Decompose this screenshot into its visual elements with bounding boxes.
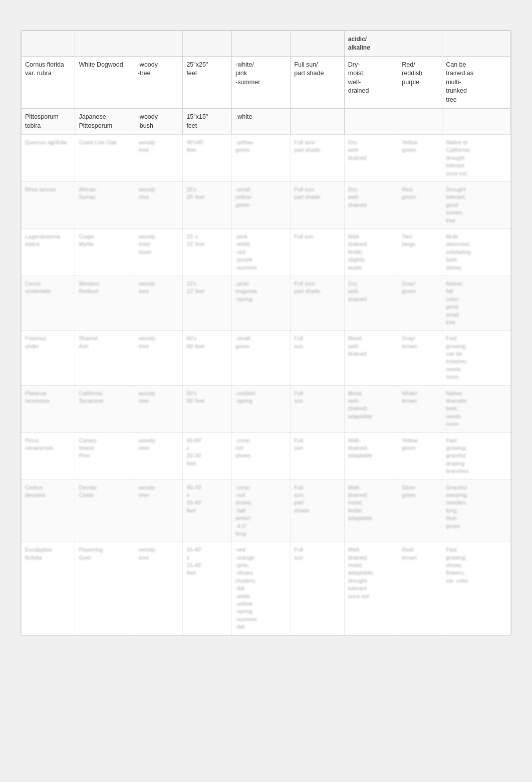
table-row: Cedrus deodaraDeodar Cedar-woody -tree40… [22, 479, 511, 542]
cell-5-4: -pink/ magenta -spring [232, 276, 291, 330]
cell-10-8: Fast growing; showy flowers; var. color [442, 542, 511, 635]
cell-2-6: Dry; well- drained [344, 135, 398, 182]
cell-4-8: Multi- stemmed; exfoliating bark; showy [442, 229, 511, 276]
cell-9-6: Well- drained; moist; fertile; adaptable [344, 479, 398, 542]
cell-1-6 [344, 109, 398, 135]
cell-10-5: Full sun [291, 542, 344, 635]
cell-8-0: Pinus canariensis [22, 432, 75, 479]
header-plant-name [22, 31, 75, 57]
cell-5-6: Dry; well- drained [344, 276, 398, 330]
cell-1-8 [442, 109, 511, 135]
cell-10-3: 15-40' x 15-40' feet [183, 542, 232, 635]
cell-3-8: Drought tolerant; good screen tree [442, 182, 511, 229]
cell-8-6: Well- drained; adaptable [344, 432, 398, 479]
cell-2-7: Yellow green [398, 135, 442, 182]
cell-7-2: -woody -tree [134, 385, 183, 432]
header-type [134, 31, 183, 57]
cell-3-1: African Sumac [75, 182, 134, 229]
table-row: Cercis ocidentalisWestern Redbud-woody -… [22, 276, 511, 330]
table-row: Platanus racemosaCalifornia Sycamore-woo… [22, 385, 511, 432]
cell-0-2: -woody -tree [134, 56, 183, 109]
table-header-row: acidic/ alkaline [22, 31, 511, 57]
cell-0-4: -white/ pink -summer [232, 56, 291, 109]
cell-2-8: Native to California; drought tolerant o… [442, 135, 511, 182]
cell-0-1: White Dogwood [75, 56, 134, 109]
cell-5-1: Western Redbud [75, 276, 134, 330]
cell-5-3: 12'x 12' feet [183, 276, 232, 330]
cell-5-8: Native; fall color; good small tree [442, 276, 511, 330]
cell-8-1: Canary Island Pine [75, 432, 134, 479]
cell-2-2: -woody -tree [134, 135, 183, 182]
cell-2-1: Coast Live Oak [75, 135, 134, 182]
cell-1-3: 15"x15" feet [183, 109, 232, 135]
cell-7-6: Moist; well- drained; adaptable [344, 385, 398, 432]
header-color [398, 31, 442, 57]
cell-3-0: Rhus lancea [22, 182, 75, 229]
cell-6-2: -woody -tree [134, 331, 183, 385]
header-flower [232, 31, 291, 57]
cell-6-5: Full sun [291, 331, 344, 385]
cell-4-0: Lagerstroemia indica [22, 229, 75, 276]
cell-3-3: 25'x 25' feet [183, 182, 232, 229]
table-row: Pittosporum tobiraJapanese Pittosporum-w… [22, 109, 511, 135]
cell-9-1: Deodar Cedar [75, 479, 134, 542]
cell-3-7: Red- green [398, 182, 442, 229]
plant-table: acidic/ alkaline Cornus florida var. rub… [21, 31, 511, 636]
cell-0-3: 25"x25" feet [183, 56, 232, 109]
cell-7-5: Full sun [291, 385, 344, 432]
cell-4-5: Full sun [291, 229, 344, 276]
cell-2-5: Full sun/ part shade [291, 135, 344, 182]
cell-0-5: Full sun/ part shade [291, 56, 344, 109]
cell-10-7: Red/ brown [398, 542, 442, 635]
cell-9-4: -cone; -not showy; -fall/ winter; -4-5" … [232, 479, 291, 542]
header-size [183, 31, 232, 57]
table-row: Cornus florida var. rubraWhite Dogwood-w… [22, 56, 511, 109]
table-row: Pinus canariensisCanary Island Pine-wood… [22, 432, 511, 479]
cell-7-7: White/ brown [398, 385, 442, 432]
cell-6-1: Shamel Ash [75, 331, 134, 385]
cell-7-8: Native; dramatic bark; needs room [442, 385, 511, 432]
cell-1-4: -white [232, 109, 291, 135]
cell-1-7 [398, 109, 442, 135]
cell-3-4: -small yellow- green [232, 182, 291, 229]
cell-1-1: Japanese Pittosporum [75, 109, 134, 135]
cell-0-8: Can be trained as multi- trunked tree [442, 56, 511, 109]
cell-9-7: Silver green [398, 479, 442, 542]
cell-0-0: Cornus florida var. rubra [22, 56, 75, 109]
table-row: Rhus lanceaAfrican Sumac-woody -tree25'x… [22, 182, 511, 229]
plant-table-container: acidic/ alkaline Cornus florida var. rub… [21, 30, 511, 636]
cell-2-3: 40'x40' feet [183, 135, 232, 182]
cell-4-4: -pink -white -red -purple -summer [232, 229, 291, 276]
cell-7-0: Platanus racemosa [22, 385, 75, 432]
cell-2-4: -yellow- green [232, 135, 291, 182]
cell-4-3: 15' x 15' feet [183, 229, 232, 276]
cell-3-5: Full sun; part shade [291, 182, 344, 229]
cell-1-5 [291, 109, 344, 135]
cell-5-5: Full sun/ part shade [291, 276, 344, 330]
header-notes [442, 31, 511, 57]
cell-4-1: Crape Myrtle [75, 229, 134, 276]
cell-6-4: -small green [232, 331, 291, 385]
cell-10-6: Well- drained; moist; adaptable; drought… [344, 542, 398, 635]
cell-0-6: Dry- moist; well- drained [344, 56, 398, 109]
cell-5-2: -woody -tree [134, 276, 183, 330]
cell-8-8: Fast growing; graceful droping branches [442, 432, 511, 479]
cell-9-8: Graceful weeping; needles; long; blue- g… [442, 479, 511, 542]
table-row: Lagerstroemia indicaCrape Myrtle-woody -… [22, 229, 511, 276]
cell-9-3: 40-70' x 20-40' feet [183, 479, 232, 542]
cell-5-0: Cercis ocidentalis [22, 276, 75, 330]
cell-6-8: Fast growing; can be invasive; needs roo… [442, 331, 511, 385]
header-common-name [75, 31, 134, 57]
cell-2-0: Quercus agrifolia [22, 135, 75, 182]
cell-8-5: Full sun [291, 432, 344, 479]
cell-6-0: Fraxinus uhdei [22, 331, 75, 385]
cell-1-2: -woody -bush [134, 109, 183, 135]
header-soil: acidic/ alkaline [344, 31, 398, 57]
cell-1-0: Pittosporum tobira [22, 109, 75, 135]
cell-5-7: Gray/ green [398, 276, 442, 330]
cell-6-7: Gray/ brown [398, 331, 442, 385]
cell-9-5: Full sun; part shade [291, 479, 344, 542]
cell-7-1: California Sycamore [75, 385, 134, 432]
cell-8-3: 60-80' x 20-30' feet [183, 432, 232, 479]
cell-8-4: -cone; not showy [232, 432, 291, 479]
